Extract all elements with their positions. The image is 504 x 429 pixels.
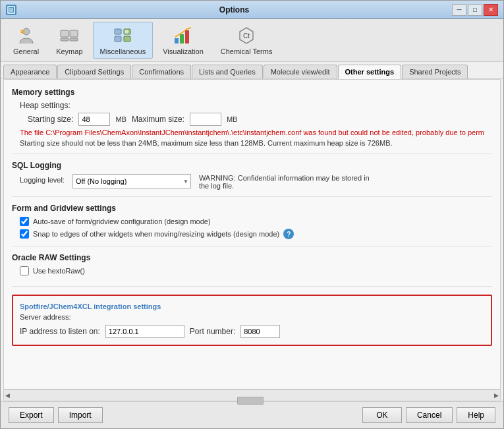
close-button[interactable]: ✕ (484, 4, 498, 16)
toolbar-chemical-terms[interactable]: Ct Chemical Terms (213, 22, 280, 59)
help-button[interactable]: Help (457, 407, 495, 423)
svg-rect-7 (70, 38, 78, 41)
scroll-right-arrow[interactable]: ▶ (494, 392, 499, 399)
snap-checkbox[interactable] (20, 229, 29, 239)
integration-fields: IP address to listen on: Port number: (20, 325, 484, 338)
server-label: Server address: (20, 313, 484, 321)
tab-clipboard[interactable]: Clipboard Settings (57, 65, 131, 78)
maximum-size-input[interactable] (190, 113, 221, 126)
footer: Export Import OK Cancel Help (1, 401, 503, 428)
window-icon (6, 5, 16, 15)
minimize-button[interactable]: ─ (452, 4, 466, 16)
cancel-button[interactable]: Cancel (406, 407, 453, 423)
sql-section-title: SQL Logging (12, 161, 492, 170)
svg-rect-15 (185, 30, 189, 43)
svg-rect-11 (124, 36, 130, 42)
warning-text: WARNING: Confidential information may be… (199, 174, 370, 190)
svg-rect-14 (180, 34, 184, 43)
toolbar-miscellaneous[interactable]: Miscellaneous (93, 22, 154, 59)
window-controls: ─ □ ✕ (452, 4, 498, 16)
svg-point-12 (125, 30, 128, 34)
hextoraw-label: Use hextoRaw() (33, 267, 85, 275)
svg-rect-1 (9, 8, 13, 12)
starting-size-label: Starting size: (28, 115, 73, 124)
toolbar-miscellaneous-label: Miscellaneous (100, 47, 146, 55)
tab-appearance[interactable]: Appearance (3, 65, 57, 78)
logging-level-select[interactable]: Off (No logging) Low Medium High (72, 174, 191, 188)
title-bar: Options ─ □ ✕ (1, 1, 503, 19)
svg-rect-5 (70, 30, 78, 37)
integration-box: Spotfire/JChem4XCL integration settings … (12, 295, 492, 346)
autosave-row: Auto-save of form/gridview configuration… (20, 217, 492, 226)
toolbar: General Keymap (1, 19, 503, 62)
port-label: Port number: (190, 327, 235, 336)
toolbar-visualization-label: Visualization (163, 47, 204, 55)
toolbar-general[interactable]: General (6, 22, 46, 59)
main-content: Memory settings Heap settings: Starting … (3, 79, 501, 389)
footer-right: OK Cancel Help (362, 407, 495, 423)
oracle-section-title: Oracle RAW Settings (12, 253, 492, 262)
hextoraw-checkbox[interactable] (20, 266, 29, 275)
tab-other[interactable]: Other settings (338, 65, 402, 79)
memory-section-title: Memory settings (12, 88, 492, 97)
options-window: Options ─ □ ✕ General (0, 0, 504, 429)
snap-help-icon[interactable]: ? (283, 229, 294, 239)
logging-select-wrapper: Off (No logging) Low Medium High (72, 174, 191, 188)
svg-rect-8 (115, 29, 121, 34)
tab-shared[interactable]: Shared Projects (402, 65, 468, 78)
maximum-size-label: Maximum size: (132, 115, 184, 124)
port-input[interactable] (240, 325, 280, 338)
mb-label-1: MB (115, 115, 126, 123)
toolbar-chemical-terms-label: Chemical Terms (221, 47, 273, 55)
integration-section-title: Spotfire/JChem4XCL integration settings (20, 302, 484, 310)
svg-rect-13 (175, 38, 179, 43)
snap-label: Snap to edges of other widgets when movi… (33, 230, 279, 238)
general-icon (16, 25, 37, 46)
tab-bar: Appearance Clipboard Settings Confirmati… (1, 62, 503, 79)
toolbar-keymap-label: Keymap (56, 47, 82, 55)
footer-left: Export Import (9, 407, 103, 423)
export-button[interactable]: Export (9, 407, 54, 423)
svg-rect-9 (115, 36, 121, 42)
mb-label-2: MB (227, 115, 238, 123)
tab-lists[interactable]: Lists and Queries (192, 65, 263, 78)
keymap-icon (59, 25, 80, 46)
tab-confirmations[interactable]: Confirmations (132, 65, 191, 78)
window-title: Options (16, 5, 452, 14)
form-section-title: Form and Gridview settings (12, 204, 492, 213)
starting-size-input[interactable] (78, 113, 110, 126)
autosave-checkbox[interactable] (20, 217, 29, 226)
svg-rect-6 (61, 38, 69, 41)
horizontal-scrollbar[interactable]: ◀ ▶ (3, 389, 501, 401)
svg-rect-4 (61, 30, 69, 37)
maximize-button[interactable]: □ (468, 4, 482, 16)
toolbar-general-label: General (13, 47, 39, 55)
import-button[interactable]: Import (58, 407, 103, 423)
svg-point-3 (21, 30, 24, 33)
info-text: Starting size should not be less than 24… (20, 139, 492, 147)
visualization-icon (173, 25, 194, 46)
scroll-thumb[interactable] (237, 397, 264, 405)
error-text: The file C:\Program Files\ChemAxon\Insta… (20, 129, 492, 136)
toolbar-keymap[interactable]: Keymap (49, 22, 90, 59)
autosave-label: Auto-save of form/gridview configuration… (33, 217, 211, 225)
hextoraw-row: Use hextoRaw() (20, 266, 492, 275)
ok-button[interactable]: OK (362, 407, 402, 423)
scroll-left-arrow[interactable]: ◀ (5, 392, 10, 399)
ip-input[interactable] (105, 325, 184, 338)
svg-text:Ct: Ct (243, 32, 250, 40)
logging-level-label: Logging level: (20, 176, 65, 184)
toolbar-visualization[interactable]: Visualization (155, 22, 211, 59)
tab-molecule[interactable]: Molecule view/edit (264, 65, 337, 78)
chemical-terms-icon: Ct (236, 25, 257, 46)
ip-label: IP address to listen on: (20, 327, 100, 336)
heap-label: Heap settings: (20, 101, 492, 110)
miscellaneous-icon (112, 25, 133, 46)
snap-row: Snap to edges of other widgets when movi… (20, 229, 492, 239)
